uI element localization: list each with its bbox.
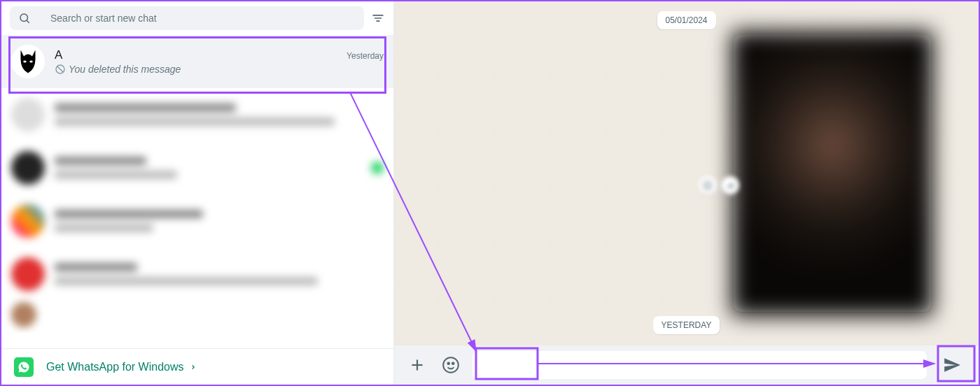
attach-button[interactable] [405, 353, 429, 377]
svg-point-2 [23, 60, 27, 62]
send-button[interactable] [937, 350, 967, 380]
svg-line-5 [57, 66, 64, 72]
date-chip-top: 05/01/2024 [657, 11, 715, 29]
emoji-reaction-icon[interactable] [699, 176, 717, 194]
search-bar [1, 1, 393, 35]
whatsapp-icon [14, 357, 34, 377]
chat-list: A Yesterday You deleted this message [1, 35, 393, 348]
svg-point-12 [447, 363, 449, 365]
svg-point-7 [706, 184, 706, 185]
chat-panel: 05/01/2024 YESTERDAY [394, 1, 979, 385]
promo-bar[interactable]: Get WhatsApp for Windows [1, 348, 393, 385]
svg-point-3 [29, 60, 33, 62]
plus-icon [408, 356, 426, 374]
composer [394, 345, 979, 385]
svg-point-13 [452, 363, 454, 365]
search-box[interactable] [10, 6, 364, 30]
svg-point-6 [704, 181, 712, 190]
chat-item-selected[interactable]: A Yesterday You deleted this message [1, 35, 393, 88]
reaction-tray[interactable] [699, 176, 739, 194]
image-content-blurred [732, 31, 933, 315]
chat-name-initial: A [55, 48, 62, 62]
date-chip-bottom: YESTERDAY [653, 316, 720, 334]
svg-point-8 [708, 184, 709, 185]
promo-label: Get WhatsApp for Windows [46, 361, 184, 373]
blurred-chat-list [1, 88, 393, 333]
search-input[interactable] [50, 13, 356, 24]
svg-line-1 [27, 20, 29, 22]
send-icon [943, 356, 961, 374]
chevron-right-icon [190, 362, 197, 372]
chat-preview: You deleted this message [55, 64, 384, 75]
chat-preview-text: You deleted this message [69, 64, 181, 75]
chat-time: Yesterday [346, 51, 384, 61]
chat-list-panel: A Yesterday You deleted this message [1, 1, 394, 385]
filter-icon[interactable] [371, 11, 385, 25]
prohibited-icon [55, 64, 66, 75]
svg-point-0 [20, 14, 28, 22]
message-input[interactable] [472, 351, 927, 379]
redacted-name [65, 49, 121, 62]
svg-point-11 [443, 357, 458, 373]
image-message-bubble[interactable] [734, 35, 931, 312]
emoji-button[interactable] [439, 353, 463, 377]
emoji-icon [442, 356, 460, 374]
chat-body: 05/01/2024 YESTERDAY [394, 1, 979, 345]
avatar [11, 45, 45, 78]
promo-text: Get WhatsApp for Windows [46, 361, 197, 373]
search-icon [18, 12, 31, 24]
forward-reaction-icon[interactable] [721, 176, 739, 194]
chat-name: A [55, 48, 121, 62]
chat-meta: A Yesterday You deleted this message [55, 48, 384, 75]
